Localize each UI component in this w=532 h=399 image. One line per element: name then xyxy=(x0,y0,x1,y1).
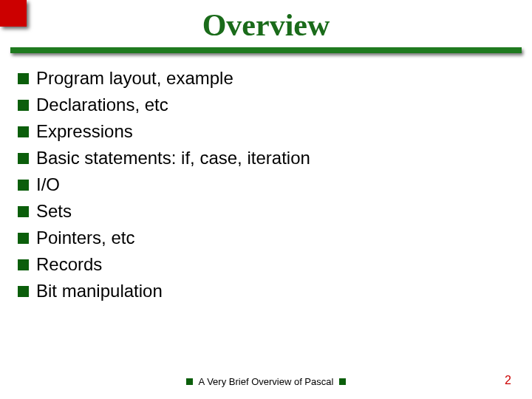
square-bullet-icon xyxy=(18,233,29,244)
square-bullet-icon xyxy=(18,126,29,137)
list-item: Pointers, etc xyxy=(18,228,514,248)
square-bullet-icon xyxy=(339,378,346,385)
list-item-label: Expressions xyxy=(36,121,133,142)
page-title: Overview xyxy=(0,0,532,47)
square-bullet-icon xyxy=(18,286,29,297)
list-item: Records xyxy=(18,254,514,275)
footer-center: A Very Brief Overview of Pascal xyxy=(0,375,532,387)
footer-label: A Very Brief Overview of Pascal xyxy=(199,376,334,387)
list-item-label: Records xyxy=(36,254,102,275)
list-item: Basic statements: if, case, iteration xyxy=(18,148,514,168)
footer: A Very Brief Overview of Pascal 2 xyxy=(0,375,532,387)
list-item: I/O xyxy=(18,174,514,195)
square-bullet-icon xyxy=(18,73,29,84)
square-bullet-icon xyxy=(18,153,29,164)
square-bullet-icon xyxy=(18,259,29,270)
list-item-label: Bit manipulation xyxy=(36,281,163,301)
square-bullet-icon xyxy=(18,100,29,111)
list-item-label: Basic statements: if, case, iteration xyxy=(36,148,310,168)
square-bullet-icon xyxy=(186,378,193,385)
title-rule xyxy=(10,47,522,53)
list-item: Expressions xyxy=(18,121,514,142)
square-bullet-icon xyxy=(18,180,29,191)
bullet-list: Program layout, example Declarations, et… xyxy=(0,53,532,301)
list-item-label: Sets xyxy=(36,201,72,222)
list-item: Declarations, etc xyxy=(18,95,514,115)
list-item: Program layout, example xyxy=(18,68,514,89)
list-item-label: I/O xyxy=(36,174,60,195)
corner-accent xyxy=(0,0,27,27)
list-item-label: Pointers, etc xyxy=(36,228,134,248)
square-bullet-icon xyxy=(18,206,29,217)
list-item-label: Declarations, etc xyxy=(36,95,168,115)
list-item: Bit manipulation xyxy=(18,281,514,301)
list-item: Sets xyxy=(18,201,514,222)
list-item-label: Program layout, example xyxy=(36,68,233,89)
page-number: 2 xyxy=(505,374,511,387)
